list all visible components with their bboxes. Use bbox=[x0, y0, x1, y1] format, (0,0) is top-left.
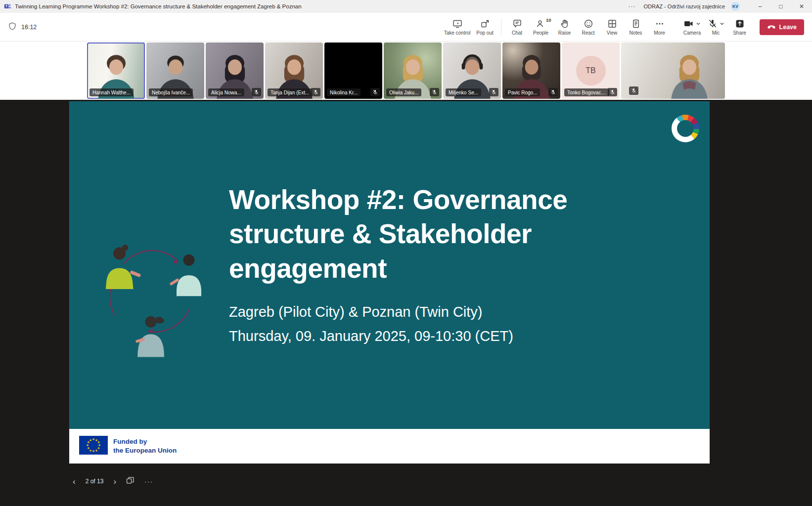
chat-icon bbox=[512, 19, 522, 29]
people-count-badge: 10 bbox=[546, 17, 551, 23]
project-ring-logo bbox=[672, 115, 699, 142]
more-button[interactable]: More bbox=[648, 19, 672, 36]
shield-icon bbox=[8, 22, 17, 32]
svg-text:T: T bbox=[5, 4, 7, 8]
hang-up-icon bbox=[767, 24, 776, 31]
share-icon bbox=[735, 19, 745, 29]
participant-tile[interactable]: Miljenko Se... bbox=[443, 42, 501, 99]
take-control-button[interactable]: Take control bbox=[442, 19, 473, 36]
funding-text-line1: Funded by bbox=[113, 437, 177, 446]
take-control-icon bbox=[452, 19, 462, 29]
slide-footer: ★★★★★★★★★★★★ Funded by the European Unio… bbox=[69, 429, 710, 464]
participant-name: Miljenko Se... bbox=[446, 88, 481, 96]
leave-button[interactable]: Leave bbox=[760, 19, 804, 35]
more-dots-icon bbox=[655, 19, 665, 29]
chevron-down-icon[interactable] bbox=[720, 21, 724, 26]
meeting-toolbar: 16:12 Take control Pop out Chat 10 Peopl… bbox=[0, 13, 812, 42]
titlebar-more-icon[interactable]: ··· bbox=[627, 3, 638, 10]
close-button[interactable]: ✕ bbox=[791, 0, 812, 13]
participant-initials-avatar: TB bbox=[576, 56, 606, 85]
slide-grid-button[interactable] bbox=[126, 476, 135, 486]
notes-button[interactable]: Notes bbox=[624, 19, 648, 36]
participant-tile[interactable]: Oliwia Jaku... bbox=[384, 42, 442, 99]
notes-icon bbox=[631, 19, 641, 29]
people-button[interactable]: 10 People bbox=[529, 19, 553, 36]
funding-text-line2: the European Union bbox=[113, 446, 177, 455]
participant-tile[interactable]: Pavic Rogo... bbox=[502, 42, 560, 99]
slide-subtitle: Zagreb (Pilot City) & Poznan (Twin City) bbox=[229, 304, 482, 320]
pop-out-button[interactable]: Pop out bbox=[473, 19, 497, 36]
mic-muted-icon bbox=[370, 88, 380, 96]
view-grid-icon bbox=[607, 19, 617, 29]
participant-name: Nebojša Ivanče... bbox=[149, 88, 193, 96]
slide-title: Workshop #2: Governance structure & Stak… bbox=[229, 183, 647, 286]
pop-out-icon bbox=[480, 19, 490, 29]
raise-hand-icon bbox=[560, 19, 570, 29]
raise-hand-button[interactable]: Raise bbox=[553, 19, 577, 36]
mic-muted-icon bbox=[548, 88, 558, 96]
participant-tile-camera-off[interactable]: Nikolina Kr... bbox=[324, 42, 382, 99]
previous-slide-button[interactable]: ‹ bbox=[73, 477, 76, 486]
next-slide-button[interactable]: › bbox=[113, 477, 116, 486]
participant-name: Oliwia Jaku... bbox=[386, 88, 421, 96]
participant-name: Tonko Bogovac ... bbox=[564, 88, 609, 96]
participant-name: Nikolina Kr... bbox=[327, 88, 361, 96]
mic-muted-icon bbox=[708, 19, 718, 29]
presentation-stage: Workshop #2: Governance structure & Stak… bbox=[0, 100, 812, 506]
camera-button[interactable]: Camera bbox=[680, 19, 704, 36]
mic-muted-icon bbox=[311, 88, 320, 96]
eu-flag: ★★★★★★★★★★★★ bbox=[79, 436, 108, 457]
mic-muted-icon bbox=[430, 88, 439, 96]
participant-tile[interactable]: Tanja Dijan (Ext... bbox=[265, 42, 323, 99]
svg-text:★: ★ bbox=[92, 449, 95, 453]
account-name: ODRAZ - Održivi razvoj zajednice bbox=[644, 3, 725, 9]
toolbar-divider bbox=[501, 18, 501, 36]
react-button[interactable]: React bbox=[577, 19, 600, 36]
slide-navigation: ‹ 2 of 13 › ··· bbox=[73, 476, 153, 486]
participant-tile-initials[interactable]: TB Tonko Bogovac ... bbox=[562, 42, 620, 99]
svg-text:★: ★ bbox=[95, 449, 98, 453]
mic-button[interactable]: Mic bbox=[704, 19, 728, 36]
mic-muted-icon bbox=[629, 86, 638, 95]
chevron-down-icon[interactable] bbox=[696, 21, 701, 26]
shared-slide: Workshop #2: Governance structure & Stak… bbox=[69, 101, 710, 464]
mic-muted-icon bbox=[608, 88, 617, 96]
camera-icon bbox=[683, 19, 694, 29]
participant-tile[interactable]: Alicja Nowa... bbox=[206, 42, 264, 99]
window-title: Twinning Learning Programme Workshop #2:… bbox=[15, 3, 302, 9]
react-smiley-icon bbox=[584, 19, 593, 29]
participant-tile[interactable]: Nebojša Ivanče... bbox=[146, 42, 204, 99]
participant-filmstrip: Hannah Walthe... Nebojša Ivanče... Alicj… bbox=[0, 42, 812, 100]
participant-name: Alicja Nowa... bbox=[208, 88, 244, 96]
slide-more-options-button[interactable]: ··· bbox=[144, 478, 153, 485]
slide-body: Workshop #2: Governance structure & Stak… bbox=[69, 101, 710, 429]
participant-tile[interactable] bbox=[621, 42, 725, 99]
participant-name: Tanja Dijan (Ext... bbox=[268, 88, 312, 96]
mic-muted-icon bbox=[489, 88, 498, 96]
meeting-timer: 16:12 bbox=[21, 24, 37, 31]
view-button[interactable]: View bbox=[600, 19, 624, 36]
window-titlebar: T Twinning Learning Programme Workshop #… bbox=[0, 0, 812, 13]
minimize-button[interactable]: – bbox=[750, 0, 770, 13]
slide-page-indicator: 2 of 13 bbox=[86, 478, 104, 485]
slide-datetime: Thursday, 09. January 2025, 09-10:30 (CE… bbox=[229, 328, 513, 344]
people-icon: 10 bbox=[536, 19, 546, 29]
svg-text:★: ★ bbox=[89, 438, 92, 442]
participant-name: Pavic Rogo... bbox=[505, 88, 540, 96]
maximize-button[interactable]: □ bbox=[770, 0, 791, 13]
teams-app-icon: T bbox=[4, 2, 11, 11]
mic-muted-icon bbox=[252, 88, 261, 96]
participant-tile[interactable]: Hannah Walthe... bbox=[87, 42, 145, 99]
participant-name: Hannah Walthe... bbox=[90, 88, 134, 96]
share-button[interactable]: Share bbox=[728, 19, 752, 36]
collaboration-illustration bbox=[90, 219, 214, 357]
account-avatar[interactable]: KV bbox=[731, 2, 740, 11]
chat-button[interactable]: Chat bbox=[505, 19, 529, 36]
